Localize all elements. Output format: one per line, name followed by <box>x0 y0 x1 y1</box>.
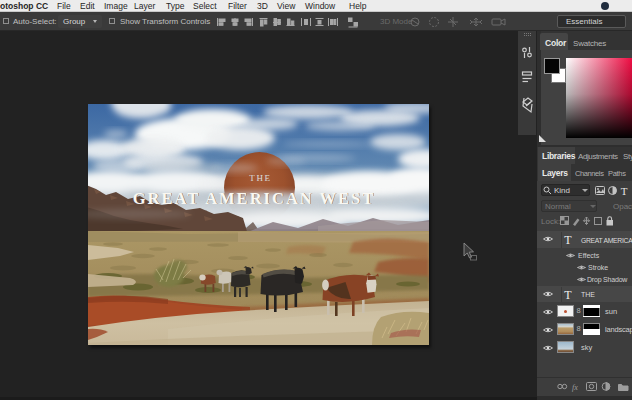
svg-text:THE: THE <box>249 173 272 183</box>
svg-text:fx: fx <box>572 383 578 392</box>
svg-text:T: T <box>621 185 628 196</box>
svg-text:GREAT AMERICAN WEST: GREAT AMERICAN WEST <box>133 189 375 208</box>
